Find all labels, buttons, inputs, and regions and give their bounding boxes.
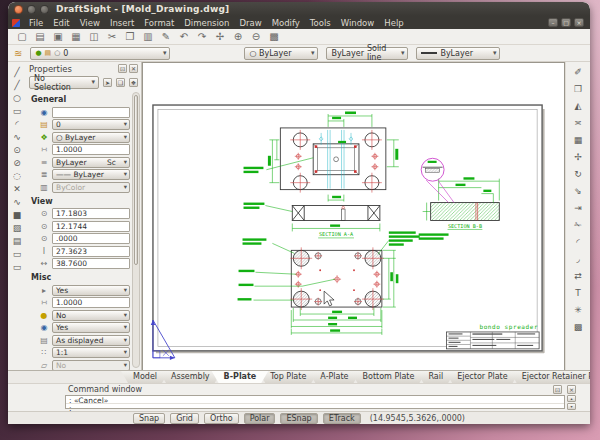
widget-a-icon[interactable]: ▭: [13, 250, 22, 259]
tab-top-plate[interactable]: Top Plate: [258, 371, 318, 383]
text-icon[interactable]: T: [575, 289, 581, 298]
view-height-field[interactable]: 27.3623: [52, 246, 130, 257]
locked-select[interactable]: No: [52, 310, 130, 321]
new-icon[interactable]: ▢: [15, 30, 29, 44]
menu-dimension[interactable]: Dimension: [179, 18, 234, 28]
linecolor-select[interactable]: ○ ByLayer: [52, 132, 130, 143]
view-width-field[interactable]: 38.7600: [52, 258, 130, 269]
ellipse-icon[interactable]: ⊘: [13, 159, 21, 168]
menu-help[interactable]: Help: [379, 18, 408, 28]
move-icon[interactable]: ✢: [574, 153, 582, 162]
linescale-field[interactable]: 1.0000: [52, 144, 130, 155]
open-icon[interactable]: ▤: [33, 30, 47, 44]
tab-b-plate[interactable]: B-Plate: [212, 371, 269, 383]
draw-line-icon[interactable]: ✎: [159, 30, 173, 44]
linestyle-select[interactable]: ByLayerSc: [52, 157, 130, 168]
view-y-field[interactable]: 12.1744: [52, 221, 130, 232]
circle-icon[interactable]: ○: [13, 94, 21, 103]
select-window-icon[interactable]: ❏: [116, 78, 125, 87]
view-z-field[interactable]: .0000: [52, 233, 130, 244]
menu-tools[interactable]: Tools: [305, 18, 336, 28]
panel-float-button[interactable]: ⊡: [118, 64, 127, 73]
mdi-restore-button[interactable]: ▢: [561, 18, 571, 27]
lineweight-select[interactable]: —— ByLayer: [52, 169, 130, 180]
copy-icon[interactable]: ❐: [123, 30, 137, 44]
extend-icon[interactable]: ⇄: [574, 272, 582, 281]
window-maximize-button[interactable]: [40, 5, 49, 14]
split-icon[interactable]: ✕: [13, 185, 21, 194]
trim-icon[interactable]: ✁: [574, 221, 582, 230]
save-icon[interactable]: ▣: [51, 30, 65, 44]
point-icon[interactable]: ⊙: [13, 146, 21, 155]
standard-scale-select[interactable]: 1:1: [52, 347, 130, 358]
select-entities-icon[interactable]: ➤: [103, 78, 112, 87]
block-icon[interactable]: ▤: [13, 237, 22, 246]
selection-combo[interactable]: No Selection: [29, 76, 99, 89]
quick-select-icon[interactable]: ❖: [129, 78, 138, 87]
properties-scrollbar[interactable]: [132, 92, 140, 368]
copy-entity-icon[interactable]: ❐: [574, 85, 582, 94]
scale-icon[interactable]: ⇘: [574, 187, 582, 196]
command-prompt[interactable]: :: [66, 404, 564, 413]
scrollbar-thumb[interactable]: [134, 95, 138, 265]
stretch-icon[interactable]: ⇥: [574, 204, 582, 213]
hatch-icon[interactable]: ▨: [13, 224, 22, 233]
menu-file[interactable]: File: [24, 18, 48, 28]
snap-toggle[interactable]: Snap: [133, 413, 165, 424]
freehand-icon[interactable]: ∿: [13, 198, 21, 207]
mdi-close-button[interactable]: ×: [574, 18, 584, 27]
panel-close-button[interactable]: ✕: [129, 64, 138, 73]
revision-cloud-icon[interactable]: ◌: [13, 172, 21, 181]
mdi-minimize-button[interactable]: –: [548, 18, 558, 27]
print-style-select[interactable]: As displayed: [52, 335, 130, 346]
chamfer-icon[interactable]: ◞: [576, 255, 580, 264]
paste-icon[interactable]: ▥: [141, 30, 155, 44]
fillet-icon[interactable]: ◜: [576, 238, 580, 247]
print-icon[interactable]: ▦: [69, 30, 83, 44]
menu-format[interactable]: Format: [139, 18, 179, 28]
command-scroll-spinner[interactable]: ▴ ▾: [567, 395, 576, 410]
layer-select[interactable]: 0: [52, 119, 130, 130]
scroll-up-icon[interactable]: ▴: [567, 395, 576, 402]
on-select[interactable]: Yes: [52, 322, 130, 333]
rotate-icon[interactable]: ↻: [574, 170, 582, 179]
mirror-icon[interactable]: ◭: [575, 102, 582, 111]
command-float-button[interactable]: ⊡: [553, 385, 562, 394]
menu-modify[interactable]: Modify: [267, 18, 305, 28]
layer-manager-icon[interactable]: ≋: [14, 48, 22, 59]
offset-icon[interactable]: ≍: [574, 119, 582, 128]
unit-scale-field[interactable]: 1.0000: [52, 297, 130, 308]
construction-line-icon[interactable]: ╱: [14, 81, 19, 90]
properties-paint-icon[interactable]: ▩: [574, 323, 583, 332]
spline-icon[interactable]: ∿: [13, 133, 21, 142]
menu-insert[interactable]: Insert: [105, 18, 139, 28]
linestyle-combo[interactable]: ByLayer Solid line: [326, 47, 408, 60]
window-minimize-button[interactable]: [27, 5, 36, 14]
options-icon[interactable]: ▩: [267, 30, 281, 44]
lineweight-combo[interactable]: ByLayer: [416, 47, 500, 60]
layer-combo[interactable]: ● ▤ ○ 0: [30, 47, 170, 60]
menu-window[interactable]: Window: [336, 18, 380, 28]
menu-edit[interactable]: Edit: [48, 18, 74, 28]
drawing-canvas[interactable]: SECTION A-A: [142, 62, 565, 370]
zoom-out-icon[interactable]: ⊖: [249, 30, 263, 44]
view-x-field[interactable]: 17.1803: [52, 208, 130, 219]
menu-view[interactable]: View: [75, 18, 105, 28]
tab-bottom-plate[interactable]: Bottom Plate: [351, 371, 427, 383]
pan-icon[interactable]: ✢: [213, 30, 227, 44]
tab-ejector-plate[interactable]: Ejector Plate: [445, 371, 519, 383]
window-close-button[interactable]: [14, 5, 23, 14]
polar-toggle[interactable]: Polar: [244, 413, 276, 424]
etrack-toggle[interactable]: ETrack: [323, 413, 361, 424]
zoom-in-icon[interactable]: ⊕: [231, 30, 245, 44]
tab-ejector-retainer-plate[interactable]: Ejector Retainer Plate: [510, 371, 590, 383]
explode-icon[interactable]: ✳: [574, 306, 582, 315]
undo-icon[interactable]: ↶: [177, 30, 191, 44]
print-preview-icon[interactable]: ◫: [87, 30, 101, 44]
ucs-follow-select[interactable]: Yes: [52, 285, 130, 296]
menu-draw[interactable]: Draw: [234, 18, 266, 28]
tab-assembly[interactable]: Assembly: [159, 371, 222, 383]
cut-icon[interactable]: ✂: [105, 30, 119, 44]
esnap-toggle[interactable]: ESnap: [280, 413, 317, 424]
ortho-toggle[interactable]: Ortho: [204, 413, 239, 424]
